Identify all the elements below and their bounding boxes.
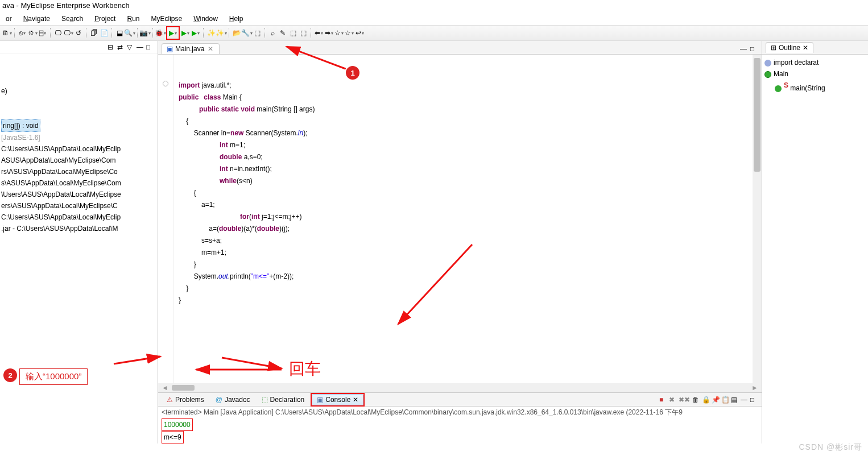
maximize-icon[interactable]: □ [146, 43, 154, 51]
menu-navigate[interactable]: Navigate [20, 14, 53, 24]
editor-gutter[interactable] [158, 55, 174, 383]
tree-item[interactable]: ASUS\AppData\Local\MyEclipse\Com [1, 155, 156, 166]
tool-icon[interactable]: ↺ [74, 28, 83, 38]
tool-db-icon[interactable]: ⌸ [38, 28, 47, 38]
menu-window[interactable]: Window [190, 14, 221, 24]
outline-tab[interactable]: ⊞ Outline ✕ [766, 42, 813, 53]
tab-declaration[interactable]: ⬚Declaration [257, 394, 310, 405]
tool-icon[interactable]: ☆ [345, 28, 354, 38]
class-icon [764, 71, 771, 78]
outline-tabstrip: ⊞ Outline ✕ [762, 41, 868, 55]
menu-search[interactable]: Search [58, 14, 86, 24]
run-button[interactable]: ▶ [168, 28, 177, 38]
tree-item[interactable]: rs\ASUS\AppData\Local\MyEclipse\Co [1, 166, 156, 177]
outline-tree[interactable]: import declarat Main S main(String [762, 55, 868, 96]
tool-icon[interactable]: ⌕ [268, 28, 277, 38]
tree-item[interactable]: \Users\ASUS\AppData\Local\MyEclipse [1, 189, 156, 200]
console-output[interactable]: 1000000 m<=9 [158, 418, 762, 443]
tool-icon[interactable]: 📄 [100, 28, 109, 38]
console-scroll-lock-icon[interactable]: 🔒 [702, 396, 710, 404]
collapse-all-icon[interactable]: ⊟ [108, 43, 115, 51]
tool-nav-back-icon[interactable]: ⬅ [314, 28, 323, 38]
close-icon[interactable]: ✕ [803, 44, 808, 52]
minimize-icon[interactable]: — [137, 43, 144, 51]
tool-icon[interactable]: ↩ [355, 28, 364, 38]
toolbar-separator [137, 28, 138, 38]
run-button-highlight: ▶ [166, 26, 180, 40]
menu-project[interactable]: Project [91, 14, 119, 24]
tool-debug-icon[interactable]: 🐞 [156, 28, 165, 38]
tool-camera-icon[interactable]: 📷 [140, 28, 150, 38]
outline-item[interactable]: S main(String [764, 80, 866, 94]
console-remove-icon[interactable]: ✖ [669, 396, 677, 404]
tool-icon[interactable]: ⬓ [115, 28, 124, 38]
tree-jre-label[interactable]: [JavaSE-1.6] [1, 132, 156, 143]
tab-javadoc[interactable]: @Javadoc [210, 394, 255, 405]
scrollbar-thumb[interactable] [172, 385, 195, 391]
toolbar-separator [152, 28, 153, 38]
tool-new-proj-icon[interactable]: ✨ [206, 28, 216, 38]
code-editor[interactable]: import java.util.*; public class Main { … [158, 55, 762, 383]
scroll-left-icon[interactable]: ◄ [162, 384, 168, 392]
tool-run-ext-icon[interactable]: ▶ [181, 28, 190, 38]
minimize-icon[interactable]: — [740, 45, 748, 53]
tool-icon[interactable]: ⬚ [288, 28, 297, 38]
view-menu-icon[interactable]: ▽ [127, 43, 135, 51]
tool-icon[interactable]: 🖵 [64, 28, 73, 38]
console-tab-highlight: ▣Console✕ [311, 393, 365, 407]
outline-item[interactable]: import declarat [764, 57, 866, 68]
menu-myeclipse[interactable]: MyEclipse [147, 14, 185, 24]
tree-item[interactable]: ers\ASUS\AppData\Local\MyEclipse\C [1, 200, 156, 212]
tab-problems[interactable]: ⚠Problems [162, 394, 209, 405]
tab-console[interactable]: ▣Console✕ [312, 394, 363, 405]
outline-item[interactable]: Main [764, 68, 866, 80]
tree-item[interactable]: C:\Users\ASUS\AppData\Local\MyEclip [1, 212, 156, 223]
console-removeall-icon[interactable]: ✖✖ [679, 396, 687, 404]
tool-icon[interactable]: ✎ [278, 28, 287, 38]
editor-tab-main[interactable]: ▣ Main.java ✕ [162, 43, 220, 54]
editor-tabstrip: ▣ Main.java ✕ — □ [158, 41, 762, 55]
maximize-icon[interactable]: □ [750, 396, 758, 404]
tool-icon[interactable]: ⬚ [299, 28, 308, 38]
tool-icon[interactable]: ⬚ [253, 28, 262, 38]
tool-generic-icon[interactable]: 🗎 [2, 28, 11, 38]
minimize-icon[interactable]: — [741, 396, 749, 404]
tree-item[interactable]: s\ASUS\AppData\Local\MyEclipse\Com [1, 177, 156, 189]
tool-nav-fwd-icon[interactable]: ➡ [324, 28, 333, 38]
tool-open-icon[interactable]: 📂 [232, 28, 241, 38]
code-text[interactable]: import java.util.*; public class Main { … [174, 55, 753, 383]
vertical-scrollbar[interactable] [753, 55, 762, 383]
tree-item[interactable]: e) [1, 85, 156, 97]
tree-item[interactable]: .jar - C:\Users\ASUS\AppData\Local\M [1, 223, 156, 234]
scroll-right-icon[interactable]: ► [751, 384, 758, 392]
tree-item-selected[interactable]: ring[]) : void [1, 119, 40, 132]
console-display-icon[interactable]: 📋 [721, 396, 729, 404]
scrollbar-thumb[interactable] [754, 58, 760, 172]
tool-icon[interactable]: 🖵 [53, 28, 63, 38]
tool-server-icon[interactable]: ⛭ [28, 28, 37, 38]
menu-run[interactable]: Run [123, 14, 143, 24]
maximize-icon[interactable]: □ [750, 45, 758, 53]
tool-icon[interactable]: ☆ [334, 28, 344, 38]
link-editor-icon[interactable]: ⇄ [117, 43, 125, 51]
console-terminate-icon[interactable]: ■ [659, 396, 667, 404]
console-clear-icon[interactable]: 🗑 [692, 396, 700, 404]
close-icon[interactable]: ✕ [206, 45, 214, 53]
menu-editor[interactable]: or [2, 14, 15, 24]
tool-icon[interactable]: 🔍 [125, 28, 134, 38]
menu-help[interactable]: Help [226, 14, 247, 24]
tree-item[interactable]: C:\Users\ASUS\AppData\Local\MyEclip [1, 143, 156, 155]
tool-print-icon[interactable]: 🗍 [89, 28, 98, 38]
toolbar-separator [229, 28, 229, 38]
folding-marker-icon[interactable] [163, 81, 168, 86]
tool-run-cfg-icon[interactable]: ▶ [191, 28, 200, 38]
explorer-tree[interactable]: e) ring[]) : void [JavaSE-1.6] C:\Users\… [0, 53, 158, 237]
tool-new-icon[interactable]: ✨ [217, 28, 226, 38]
tool-deploy-icon[interactable]: ⎋ [18, 28, 27, 38]
console-open-icon[interactable]: ▤ [731, 396, 739, 404]
close-icon[interactable]: ✕ [353, 396, 358, 404]
tool-open-type-icon[interactable]: 🔧 [242, 28, 251, 38]
console-pin-icon[interactable]: 📌 [712, 396, 720, 404]
horizontal-scrollbar[interactable]: ◄ ► [158, 383, 762, 392]
window-title: ava - MyEclipse Enterprise Workbench [0, 0, 868, 13]
